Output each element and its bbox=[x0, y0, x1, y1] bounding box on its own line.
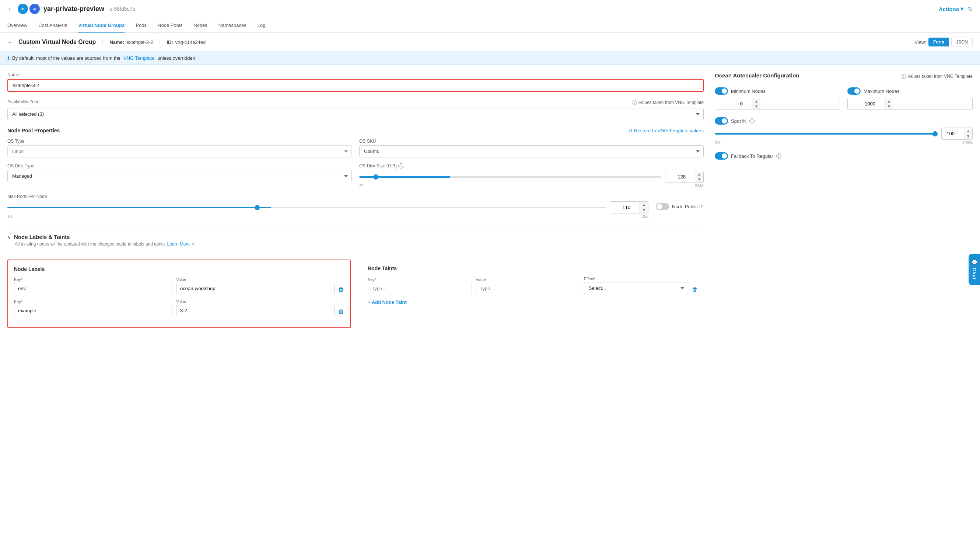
autoscaler-info-icon: i bbox=[901, 74, 906, 79]
availability-select[interactable]: All selected (3) bbox=[7, 108, 704, 120]
labels-taints-desc: All existing nodes will be updated with … bbox=[15, 241, 704, 247]
autoscaler-title: Ocean Autoscaler Configuration bbox=[715, 72, 799, 78]
actions-button[interactable]: Actions ▾ bbox=[939, 6, 963, 12]
min-nodes-toggle[interactable] bbox=[715, 88, 728, 95]
label-key-label-2: Key* bbox=[14, 299, 172, 304]
os-sku-select[interactable]: Ubuntu bbox=[359, 145, 704, 158]
fallback-label: Fallback To Regular bbox=[731, 153, 773, 159]
name-value: example-3-2 bbox=[126, 40, 153, 45]
tab-cost-analysis[interactable]: Cost Analysis bbox=[38, 18, 67, 33]
cluster-name: yar-private-preview bbox=[43, 5, 104, 13]
label-delete-btn-1[interactable]: 🗑 bbox=[338, 286, 344, 294]
id-label: ID: bbox=[167, 40, 173, 45]
node-labels-title: Node Labels bbox=[14, 266, 344, 272]
name-input[interactable] bbox=[8, 80, 703, 91]
taint-row-1: Key* Value Effect* Select... bbox=[368, 276, 698, 294]
page-back-button[interactable]: ← bbox=[7, 38, 14, 46]
labels-taints-title: Node Labels & Taints bbox=[14, 234, 70, 240]
min-nodes-increment[interactable]: ▲ bbox=[752, 99, 760, 104]
node-public-ip-toggle[interactable] bbox=[656, 203, 669, 210]
spot-toggle[interactable] bbox=[715, 117, 728, 124]
label-delete-btn-2[interactable]: 🗑 bbox=[338, 308, 344, 316]
max-nodes-toggle[interactable] bbox=[847, 88, 861, 95]
node-labels-panel: Node Labels Key* Value � bbox=[7, 260, 351, 328]
os-disk-decrement[interactable]: ▼ bbox=[695, 177, 703, 182]
os-type-select[interactable]: Linux bbox=[7, 145, 352, 158]
max-pods-decrement[interactable]: ▼ bbox=[640, 207, 648, 213]
name-label: Name: bbox=[110, 40, 124, 45]
os-disk-input[interactable] bbox=[665, 171, 695, 182]
chat-widget[interactable]: 💬 Chat bbox=[969, 254, 980, 285]
os-disk-min: 32 bbox=[359, 183, 364, 188]
info-circle-icon: i bbox=[632, 100, 637, 105]
node-taints-panel: Node Taints Key* Value bbox=[362, 260, 704, 328]
max-pods-min: 10 bbox=[7, 214, 12, 218]
tab-pods[interactable]: Pods bbox=[135, 18, 146, 33]
back-button[interactable]: ← bbox=[7, 5, 14, 13]
max-nodes-input[interactable] bbox=[848, 98, 885, 110]
tab-nodes[interactable]: Nodes bbox=[193, 18, 207, 33]
min-nodes-decrement[interactable]: ▼ bbox=[752, 104, 760, 109]
os-disk-type-label: OS Disk Type bbox=[7, 163, 352, 169]
label-key-input-1[interactable] bbox=[14, 283, 172, 294]
node-public-ip-label: Node Public IP bbox=[672, 204, 704, 209]
labels-taints-collapse[interactable]: ∨ Node Labels & Taints bbox=[7, 234, 704, 240]
os-type-label: OS Type bbox=[7, 139, 352, 144]
view-json-button[interactable]: JSON bbox=[951, 38, 973, 46]
spot-info-icon: i bbox=[749, 118, 754, 123]
info-banner: ℹ By default, most of the values are sou… bbox=[0, 51, 980, 65]
node-pool-title: Node Pool Properties bbox=[7, 128, 60, 134]
taint-key-input[interactable] bbox=[368, 283, 472, 294]
os-disk-type-select[interactable]: Managed bbox=[7, 170, 352, 182]
max-pods-max: 250 bbox=[642, 214, 648, 218]
info-text2: unless overridden. bbox=[158, 55, 196, 61]
tab-node-pools[interactable]: Node Pools bbox=[158, 18, 182, 33]
taint-delete-btn[interactable]: 🗑 bbox=[692, 286, 698, 294]
max-pods-label: Max Pods Per Node bbox=[7, 194, 648, 199]
spot-max: 100% bbox=[963, 140, 973, 145]
taint-value-label: Value bbox=[476, 277, 580, 282]
label-value-label-1: Value bbox=[176, 277, 334, 282]
tab-log[interactable]: Log bbox=[258, 18, 266, 33]
label-key-input-2[interactable] bbox=[14, 305, 172, 316]
spot-slider[interactable] bbox=[715, 133, 938, 135]
vng-template-note: i Values taken from VNG Template bbox=[632, 100, 704, 105]
os-disk-increment[interactable]: ▲ bbox=[695, 172, 703, 177]
restore-button[interactable]: ↺ Restore to VNG Template values bbox=[628, 128, 704, 134]
max-nodes-decrement[interactable]: ▼ bbox=[885, 104, 893, 109]
os-disk-max: 2048 bbox=[695, 183, 704, 188]
taint-effect-select[interactable]: Select... NoSchedule PreferNoSchedule No… bbox=[584, 282, 688, 294]
tab-namespaces[interactable]: Namespaces bbox=[218, 18, 247, 33]
label-value-input-2[interactable] bbox=[176, 305, 334, 316]
spot-increment[interactable]: ▲ bbox=[964, 129, 972, 134]
spot-input[interactable] bbox=[942, 128, 964, 139]
availability-label: Availability Zone bbox=[7, 99, 40, 104]
min-nodes-input[interactable] bbox=[715, 98, 752, 110]
cluster-id: o-58fd5c7b bbox=[110, 6, 135, 12]
max-nodes-increment[interactable]: ▲ bbox=[885, 99, 893, 104]
refresh-icon[interactable]: ↻ bbox=[968, 6, 973, 13]
page-title: Custom Virtual Node Group bbox=[18, 39, 96, 45]
max-pods-increment[interactable]: ▲ bbox=[640, 203, 648, 207]
info-icon: ℹ bbox=[7, 55, 9, 61]
chevron-down-icon: ▾ bbox=[961, 6, 963, 12]
os-disk-slider[interactable] bbox=[359, 176, 661, 178]
taint-value-input[interactable] bbox=[476, 283, 580, 294]
label-key-label-1: Key* bbox=[14, 277, 172, 282]
spot-min: 0% bbox=[715, 140, 721, 145]
learn-more-link[interactable]: Learn More ↗ bbox=[167, 241, 195, 247]
view-form-button[interactable]: Form bbox=[928, 38, 949, 46]
label-row-2: Key* Value 🗑 bbox=[14, 299, 344, 316]
label-value-label-2: Value bbox=[176, 299, 334, 304]
fallback-toggle[interactable] bbox=[715, 152, 728, 159]
max-pods-slider[interactable] bbox=[7, 207, 606, 208]
tab-virtual-node-groups[interactable]: Virtual Node Groups bbox=[78, 18, 124, 33]
max-pods-input[interactable] bbox=[610, 202, 640, 213]
spot-decrement[interactable]: ▼ bbox=[964, 134, 972, 139]
os-sku-label: OS SKU bbox=[359, 139, 704, 144]
vng-template-link[interactable]: VNG Template bbox=[123, 55, 154, 61]
wave-icon: ≈ bbox=[18, 4, 28, 14]
add-node-taint-button[interactable]: + Add Node Taint bbox=[368, 299, 698, 305]
label-value-input-1[interactable] bbox=[176, 283, 334, 294]
tab-overview[interactable]: Overview bbox=[7, 18, 27, 33]
